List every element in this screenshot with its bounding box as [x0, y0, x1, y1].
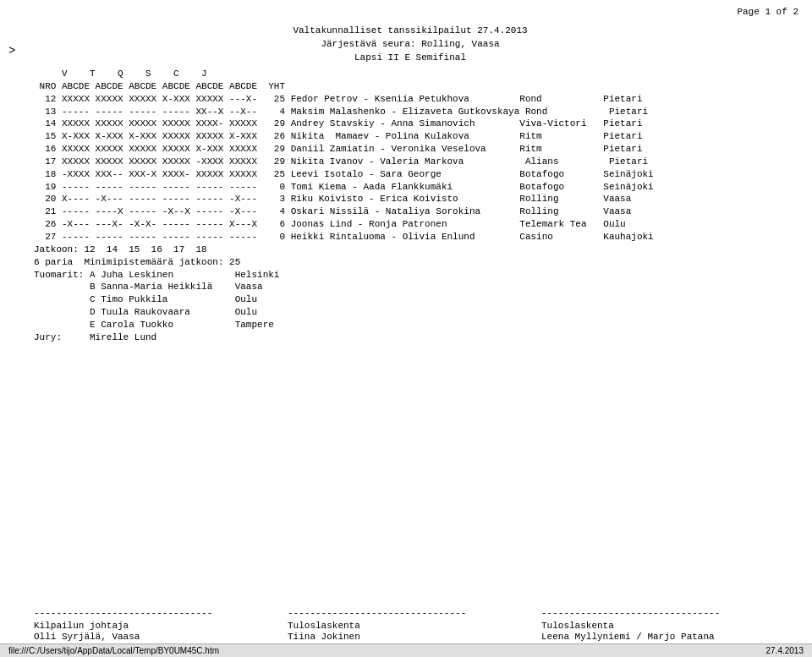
arrow-indicator: >	[8, 44, 15, 57]
footer-labels-row: Kilpailun johtaja Tuloslaskenta Tuloslas…	[34, 621, 787, 631]
title-line3: Lapsi II E Semifinal	[34, 52, 787, 63]
main-content-text: V T Q S C J NRO ABCDE ABCDE ABCDE ABCDE …	[34, 68, 787, 344]
footer-values-row: Olli Syrjälä, Vaasa Tiina Jokinen Leena …	[34, 632, 787, 642]
col3-label: Tuloslaskenta	[533, 621, 787, 631]
page-number: Page 1 of 2	[737, 7, 798, 17]
bottom-date: 27.4.2013	[766, 646, 804, 655]
col2-value: Tiina Jokinen	[279, 632, 533, 642]
file-path: file:///C:/Users/tijo/AppData/Local/Temp…	[8, 646, 219, 655]
col1-label: Kilpailun johtaja	[34, 621, 279, 631]
title-line1: Valtakunnalliset tanssikilpailut 27.4.20…	[34, 25, 787, 36]
col3-value: Leena Myllyniemi / Marjo Patana	[533, 632, 787, 642]
footer-dividers: -------------------------------- -------…	[34, 608, 787, 618]
title-line2: Järjestävä seura: Rolling, Vaasa	[34, 39, 787, 49]
col2-label: Tuloslaskenta	[279, 621, 533, 631]
col1-value: Olli Syrjälä, Vaasa	[34, 632, 279, 642]
